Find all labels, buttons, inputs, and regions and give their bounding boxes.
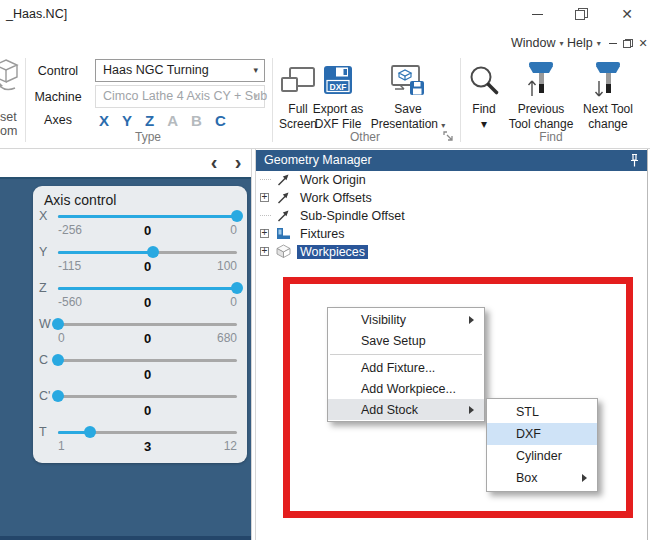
machine-value: Cimco Lathe 4 Axis CY + Sub xyxy=(103,89,267,103)
slider-track xyxy=(58,359,237,362)
tree-connector xyxy=(260,179,271,180)
window-title: _Haas.NC] xyxy=(6,7,67,21)
axes-letter-a[interactable]: A xyxy=(167,112,178,129)
axis-letter: T xyxy=(39,425,57,439)
slider-fill xyxy=(58,251,153,254)
next-tool-change-button[interactable]: Next Tool change xyxy=(575,58,641,131)
work-origin-arrow-icon xyxy=(276,190,292,206)
menu-item-add-workpiece[interactable]: Add Workpiece... xyxy=(328,378,484,399)
menu-item-label: STL xyxy=(487,405,539,419)
submenu-arrow-icon xyxy=(582,474,587,482)
slider-thumb[interactable] xyxy=(84,426,96,438)
menu-item-box[interactable]: Box xyxy=(487,467,597,489)
tree-item-work-origin[interactable]: Work Origin xyxy=(256,171,647,189)
axes-letter-b[interactable]: B xyxy=(191,112,202,129)
slider-thumb[interactable] xyxy=(52,318,64,330)
chevron-down-icon: ▾ xyxy=(253,91,258,101)
nav-next-view-button[interactable]: › xyxy=(227,150,249,174)
tree-item-label[interactable]: Work Origin xyxy=(300,173,366,187)
group-label-find: Find xyxy=(462,130,640,144)
reset-zoom-button-partial[interactable]: set om xyxy=(0,58,23,138)
machine-combobox: Cimco Lathe 4 Axis CY + Sub ▾ xyxy=(95,85,265,108)
export-dxf-button[interactable]: DXF Export as DXF File xyxy=(306,58,370,131)
tree-item-label[interactable]: Fixtures xyxy=(300,227,344,241)
slider-thumb[interactable] xyxy=(52,354,64,366)
axis-slider[interactable] xyxy=(58,211,237,223)
tree-item-workpieces[interactable]: +Workpieces xyxy=(256,243,647,261)
menu-item-stl[interactable]: STL xyxy=(487,401,597,423)
dxf-floppy-icon: DXF xyxy=(323,58,354,102)
axes-letter-x[interactable]: X xyxy=(99,112,109,129)
expand-plus-icon[interactable]: + xyxy=(260,229,269,238)
axis-values: 1312 xyxy=(58,439,237,454)
dialog-launcher-icon[interactable] xyxy=(443,131,454,142)
work-origin-arrow-icon xyxy=(276,208,292,224)
axes-letter-y[interactable]: Y xyxy=(122,112,132,129)
control-value: Haas NGC Turning xyxy=(103,63,209,77)
save-presentation-button[interactable]: Save Presentation ▾ xyxy=(368,58,448,133)
chevron-down-icon: ▾ xyxy=(441,121,445,130)
menu-item-save-setup[interactable]: Save Setup xyxy=(328,330,484,351)
tree-item-fixtures[interactable]: +Fixtures xyxy=(256,225,647,243)
geometry-manager-header: Geometry Manager xyxy=(256,150,647,171)
menu-item-cylinder[interactable]: Cylinder xyxy=(487,445,597,467)
axis-row-w: W00680 xyxy=(33,324,247,358)
axis-slider[interactable] xyxy=(58,427,237,439)
axis-slider[interactable] xyxy=(58,391,237,403)
axes-letter-z[interactable]: Z xyxy=(145,112,154,129)
tree-item-sub-spindle-offset[interactable]: Sub-Spindle Offset xyxy=(256,207,647,225)
control-combobox[interactable]: Haas NGC Turning ▾ xyxy=(95,59,265,82)
axis-slider[interactable] xyxy=(58,355,237,367)
menu-window-label: Window xyxy=(511,36,555,50)
expand-plus-icon[interactable]: + xyxy=(260,247,269,256)
axis-slider[interactable] xyxy=(58,247,237,259)
tree-item-label[interactable]: Work Offsets xyxy=(300,191,372,205)
axes-letter-c[interactable]: C xyxy=(215,112,226,129)
chevron-down-icon: ▾ xyxy=(253,65,258,75)
axis-row-c: C'0 xyxy=(33,396,247,430)
axis-current-value: 3 xyxy=(58,439,237,454)
menu-item-add-stock[interactable]: Add Stock xyxy=(328,399,484,420)
slider-thumb[interactable] xyxy=(231,210,243,222)
menu-help[interactable]: Help ▾ xyxy=(567,34,601,52)
axis-values: -1150100 xyxy=(58,259,237,274)
axis-row-y: Y-1150100 xyxy=(33,252,247,286)
ribbon: set om Control Haas NGC Turning ▾ Machin… xyxy=(0,55,650,149)
slider-thumb[interactable] xyxy=(231,282,243,294)
menu-item-dxf[interactable]: DXF xyxy=(487,423,597,445)
menu-item-visibility[interactable]: Visibility xyxy=(328,309,484,330)
add-stock-submenu: STLDXFCylinderBox xyxy=(486,398,598,492)
chevron-down-icon: ▾ xyxy=(559,39,563,48)
expand-plus-icon[interactable]: + xyxy=(260,193,269,202)
axis-control-card: Axis control X-25600Y-1150100Z-56000W006… xyxy=(33,186,247,463)
doc-close-button[interactable]: ✕ xyxy=(636,36,650,50)
tree-item-work-offsets[interactable]: +Work Offsets xyxy=(256,189,647,207)
previous-tool-change-button[interactable]: Previous Tool change xyxy=(503,58,579,131)
button-label: Export as xyxy=(313,102,364,117)
tree-item-label[interactable]: Sub-Spindle Offset xyxy=(300,209,405,223)
doc-restore-button[interactable] xyxy=(621,36,635,50)
ribbon-separator xyxy=(25,58,26,142)
doc-minimize-button[interactable] xyxy=(606,36,620,50)
geometry-manager-title: Geometry Manager xyxy=(264,153,372,167)
slider-fill xyxy=(58,287,237,290)
button-label: DXF File xyxy=(315,117,362,132)
axis-current-value: 0 xyxy=(58,295,237,310)
app-window: _Haas.NC] ✕ Window ▾ Help ▾ ✕ set xyxy=(0,0,650,540)
restore-button[interactable] xyxy=(565,2,597,26)
menu-item-add-fixture[interactable]: Add Fixture... xyxy=(328,357,484,378)
axis-control-title: Axis control xyxy=(44,192,116,208)
minimize-button[interactable] xyxy=(521,2,553,26)
slider-thumb[interactable] xyxy=(52,390,64,402)
menu-window[interactable]: Window ▾ xyxy=(511,34,563,52)
slider-thumb[interactable] xyxy=(147,246,159,258)
close-icon: ✕ xyxy=(621,7,633,21)
close-button[interactable]: ✕ xyxy=(611,2,643,26)
axis-slider[interactable] xyxy=(58,283,237,295)
menu-item-label: Box xyxy=(487,471,538,485)
pin-icon[interactable] xyxy=(629,153,640,168)
nav-previous-view-button[interactable]: ‹ xyxy=(203,150,225,174)
find-button[interactable]: Find ▾ xyxy=(464,58,504,131)
axis-slider[interactable] xyxy=(58,319,237,331)
tree-item-label[interactable]: Workpieces xyxy=(297,245,368,259)
